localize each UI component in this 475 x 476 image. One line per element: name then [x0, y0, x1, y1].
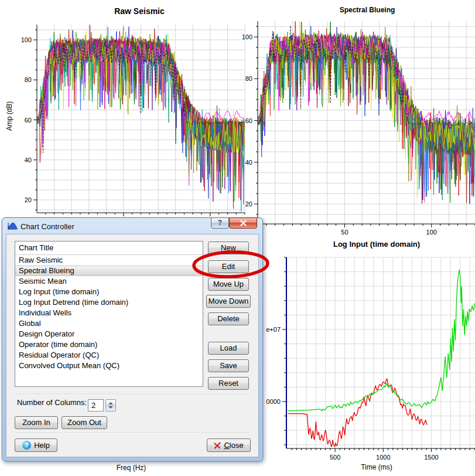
dialog-title: Chart Controller — [20, 222, 74, 231]
chart-title-log-input: Log Input (time domain) — [333, 240, 420, 249]
svg-text:500: 500 — [330, 454, 340, 461]
chart-title-spectral-blueing: Spectral Blueing — [340, 6, 395, 14]
list-item[interactable]: Individual Wells — [15, 308, 203, 318]
svg-text:80: 80 — [245, 75, 252, 82]
svg-text:20: 20 — [245, 200, 252, 208]
x-axis-label-time-ms: Time (ms) — [361, 463, 392, 471]
close-button-label: Close — [224, 440, 243, 451]
red-x-icon — [214, 442, 221, 449]
svg-text:40: 40 — [25, 157, 32, 164]
help-button[interactable]: ? Help — [15, 438, 57, 452]
list-item[interactable]: Design Operator — [15, 329, 203, 339]
chart-title-list[interactable]: Chart Title Raw SeismicSpectral BlueingS… — [15, 241, 203, 387]
titlebar-help-button[interactable]: ? — [211, 217, 229, 229]
spin-down-icon[interactable] — [108, 406, 113, 409]
close-button[interactable]: Close — [207, 438, 251, 452]
list-header: Chart Title — [15, 242, 203, 255]
y-axis-label-amp-db: Amp (dB) — [5, 98, 13, 134]
help-icon: ? — [22, 441, 31, 450]
svg-text:40: 40 — [245, 159, 252, 166]
list-item[interactable]: Global — [15, 318, 203, 329]
svg-text:80: 80 — [25, 76, 32, 83]
svg-text:60: 60 — [25, 117, 32, 124]
reset-button[interactable]: Reset — [208, 377, 249, 390]
columns-spinner[interactable] — [105, 399, 116, 412]
list-item[interactable]: Seismic Mean — [15, 276, 203, 287]
separator — [15, 433, 250, 434]
svg-text:100: 100 — [21, 36, 32, 43]
chart-app-icon — [8, 222, 18, 231]
list-item[interactable]: Raw Seismic — [15, 255, 203, 266]
svg-text:1000: 1000 — [376, 454, 390, 461]
zoom-in-button[interactable]: Zoom In — [15, 416, 58, 429]
list-item[interactable]: Log Input Detrend (time domain) — [15, 297, 203, 308]
move-down-button[interactable]: Move Down — [206, 295, 251, 308]
svg-text:50: 50 — [341, 229, 348, 236]
x-axis-label-freq-hz: Freq (Hz) — [117, 464, 146, 472]
titlebar-close-button[interactable] — [229, 217, 257, 229]
number-of-columns-label: Number of Columns: — [17, 398, 87, 407]
load-button[interactable]: Load — [208, 342, 249, 355]
svg-text:20: 20 — [25, 196, 32, 203]
application-window: 204060801002040608010050100e+07000050010… — [0, 0, 475, 476]
list-item[interactable]: Log Input (time domain) — [15, 287, 203, 297]
help-button-label: Help — [34, 440, 50, 451]
separator — [15, 394, 250, 395]
svg-text:100: 100 — [426, 229, 437, 236]
list-item[interactable]: Operator (time domain) — [15, 339, 203, 350]
save-button[interactable]: Save — [208, 359, 249, 372]
zoom-out-button[interactable]: Zoom Out — [61, 416, 107, 429]
dialog-titlebar[interactable]: Chart Controller ? — [2, 218, 262, 234]
list-item[interactable]: Residual Operator (QC) — [15, 350, 203, 361]
list-item[interactable]: Spectral Blueing — [15, 266, 203, 276]
columns-value-field[interactable]: 2 — [88, 399, 104, 412]
svg-text:100: 100 — [242, 33, 252, 40]
delete-button[interactable]: Delete — [208, 312, 249, 325]
svg-text:0000: 0000 — [266, 398, 281, 405]
chart-controller-dialog: Chart Controller ? Chart Title Raw Seism… — [2, 217, 263, 461]
new-button[interactable]: New — [208, 242, 249, 254]
svg-text:1500: 1500 — [424, 454, 438, 461]
close-icon — [240, 220, 247, 226]
edit-button[interactable]: Edit — [208, 260, 249, 273]
spin-up-icon[interactable] — [108, 402, 113, 404]
move-up-button[interactable]: Move Up — [208, 278, 249, 291]
chart-title-raw-seismic: Raw Seismic — [114, 6, 165, 16]
question-icon: ? — [218, 219, 222, 227]
svg-text:e+07: e+07 — [266, 326, 281, 333]
svg-text:60: 60 — [245, 117, 252, 124]
list-item[interactable]: Convolved Output Mean (QC) — [15, 361, 203, 371]
